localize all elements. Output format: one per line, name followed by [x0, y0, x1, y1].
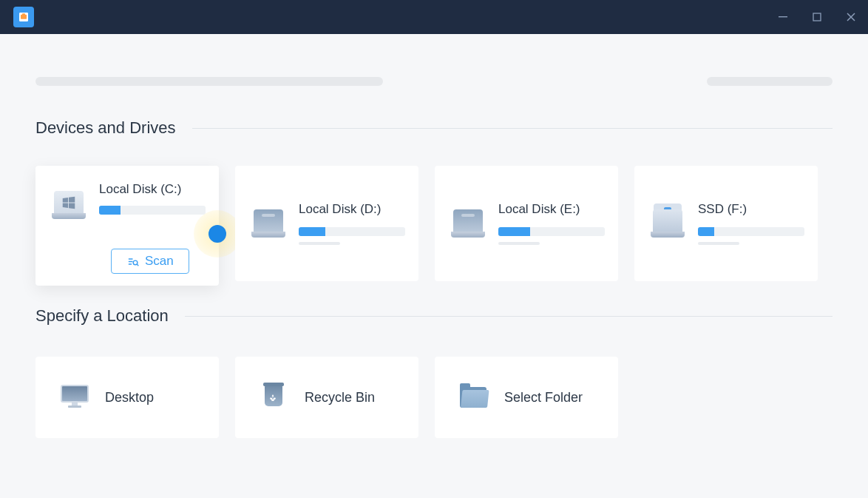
scan-icon: [126, 255, 139, 268]
location-name: Desktop: [105, 390, 154, 406]
location-card-recycle-bin[interactable]: Recycle Bin: [235, 357, 418, 438]
drive-subtext-placeholder: [299, 242, 340, 245]
location-card-desktop[interactable]: Desktop: [35, 357, 219, 438]
scan-button-label: Scan: [145, 254, 174, 269]
minimize-button[interactable]: [766, 0, 800, 34]
window-controls: [766, 0, 868, 34]
disk-icon: [251, 209, 285, 238]
svg-point-5: [133, 260, 138, 265]
location-section-title: Specify a Location: [35, 306, 169, 326]
svg-rect-3: [779, 16, 787, 17]
drive-cards: Local Disk (C:) Scan Local Disk (D:): [35, 166, 833, 286]
drive-name: SSD (F:): [698, 202, 804, 217]
drive-card-e[interactable]: Local Disk (E:): [435, 166, 618, 281]
drive-subtext-placeholder: [498, 242, 540, 245]
location-name: Select Folder: [504, 390, 583, 406]
divider: [192, 128, 833, 129]
devices-section-title: Devices and Drives: [35, 118, 176, 138]
usage-bar-fill: [99, 206, 121, 215]
usage-bar-fill: [498, 227, 530, 236]
maximize-button[interactable]: [800, 0, 834, 34]
drive-card-c[interactable]: Local Disk (C:) Scan: [35, 166, 219, 286]
svg-rect-4: [813, 13, 821, 21]
usage-bar: [99, 206, 206, 215]
drive-name: Local Disk (E:): [498, 202, 605, 217]
usage-bar-fill: [299, 227, 325, 236]
close-button[interactable]: [834, 0, 868, 34]
header-placeholder-left: [35, 77, 383, 86]
location-cards: Desktop Recycle Bin Select Folder: [35, 357, 833, 438]
header-placeholder-row: [0, 77, 868, 86]
drive-subtext-placeholder: [698, 242, 739, 245]
disk-icon: [52, 191, 86, 219]
scan-button[interactable]: Scan: [111, 249, 189, 274]
usage-bar: [698, 227, 804, 236]
header-placeholder-right: [707, 77, 833, 86]
recycle-bin-icon: [260, 386, 287, 409]
drive-name: Local Disk (D:): [299, 202, 405, 217]
devices-section: Devices and Drives Local Disk (C:): [0, 118, 868, 286]
svg-rect-2: [22, 13, 25, 15]
usage-bar-fill: [698, 227, 714, 236]
titlebar: [0, 0, 868, 34]
divider: [185, 316, 833, 317]
drive-card-d[interactable]: Local Disk (D:): [235, 166, 418, 281]
location-section: Specify a Location Desktop Recycle Bin: [0, 306, 868, 438]
location-name: Recycle Bin: [305, 390, 375, 406]
ssd-icon: [651, 209, 685, 238]
cursor-highlight-icon: [194, 210, 241, 258]
location-card-select-folder[interactable]: Select Folder: [435, 357, 618, 438]
desktop-icon: [61, 385, 87, 410]
svg-rect-1: [21, 15, 27, 19]
folder-icon: [460, 387, 486, 408]
disk-icon: [451, 209, 485, 238]
drive-name: Local Disk (C:): [99, 182, 206, 197]
usage-bar: [299, 227, 405, 236]
usage-bar: [498, 227, 605, 236]
drive-card-f[interactable]: SSD (F:): [634, 166, 818, 281]
app-logo-icon: [13, 7, 34, 27]
